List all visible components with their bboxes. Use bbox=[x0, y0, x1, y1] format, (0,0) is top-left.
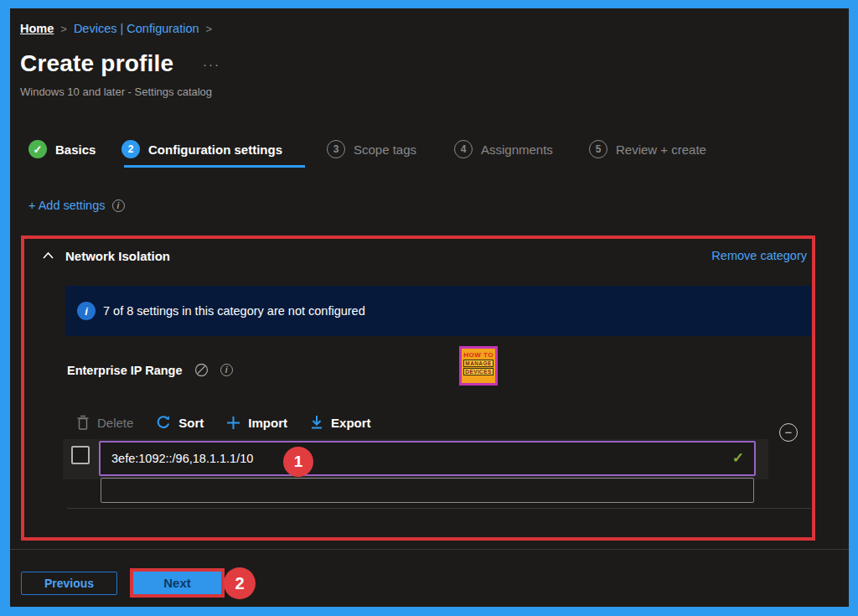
tab-basics[interactable]: ✓ Basics bbox=[28, 139, 96, 159]
circle-slash-icon bbox=[194, 363, 209, 377]
step-number-badge: 2 bbox=[121, 140, 140, 158]
tab-review-create-label: Review + create bbox=[616, 142, 706, 157]
logo-line1: HOW TO bbox=[463, 351, 494, 359]
active-tab-underline bbox=[124, 165, 305, 168]
logo-line3: DEVICES bbox=[463, 368, 493, 375]
setting-name-label: Enterprise IP Range bbox=[67, 364, 183, 377]
next-button[interactable]: Next bbox=[133, 572, 221, 594]
tab-basics-label: Basics bbox=[55, 142, 96, 157]
chevron-right-icon: > bbox=[206, 23, 213, 35]
previous-button[interactable]: Previous bbox=[21, 572, 117, 595]
delete-button-label: Delete bbox=[97, 416, 133, 430]
breadcrumb: Home > Devices | Configuration > bbox=[20, 22, 212, 35]
sort-button[interactable]: Sort bbox=[155, 414, 204, 431]
sort-refresh-icon bbox=[155, 414, 172, 431]
sort-button-label: Sort bbox=[178, 416, 204, 430]
create-profile-page: Home > Devices | Configuration > Create … bbox=[10, 8, 849, 607]
info-icon: i bbox=[220, 364, 233, 376]
page-subtitle: Windows 10 and later - Settings catalog bbox=[20, 85, 212, 98]
ip-range-input-wrap: ✓ bbox=[99, 441, 756, 476]
footer-divider bbox=[10, 549, 849, 550]
minus-circle-icon[interactable]: − bbox=[779, 423, 798, 442]
check-circle-icon: ✓ bbox=[28, 140, 47, 158]
tab-configuration-settings[interactable]: 2 Configuration settings bbox=[121, 139, 282, 159]
import-button-label: Import bbox=[248, 416, 287, 430]
import-button[interactable]: Import bbox=[225, 415, 287, 431]
more-options-icon[interactable]: ··· bbox=[203, 57, 220, 71]
info-banner: i 7 of 8 settings in this category are n… bbox=[65, 286, 811, 336]
tab-configuration-settings-label: Configuration settings bbox=[148, 142, 282, 157]
divider bbox=[67, 508, 811, 509]
export-button[interactable]: Export bbox=[309, 414, 371, 431]
info-banner-text: 7 of 8 settings in this category are not… bbox=[103, 304, 365, 318]
remove-category-link[interactable]: Remove category bbox=[711, 249, 807, 262]
step-number-badge: 3 bbox=[327, 140, 345, 158]
ip-range-input[interactable] bbox=[99, 441, 756, 476]
add-settings-link[interactable]: + Add settings i bbox=[28, 199, 125, 212]
delete-button[interactable]: Delete bbox=[75, 414, 133, 431]
tab-scope-tags-label: Scope tags bbox=[354, 142, 416, 157]
valid-check-icon: ✓ bbox=[732, 449, 744, 467]
chevron-right-icon: > bbox=[60, 23, 67, 35]
breadcrumb-devices-link[interactable]: Devices | Configuration bbox=[74, 22, 199, 35]
info-icon: i bbox=[112, 199, 125, 212]
breadcrumb-home-link[interactable]: Home bbox=[20, 22, 54, 35]
ip-range-input-empty[interactable] bbox=[101, 478, 754, 503]
setting-name-row: Enterprise IP Range i bbox=[67, 363, 233, 377]
row-checkbox[interactable] bbox=[71, 446, 90, 464]
annotation-badge-2: 2 bbox=[224, 567, 256, 599]
how-to-manage-devices-logo: HOW TO MANAGE DEVICES bbox=[459, 346, 498, 386]
info-icon: i bbox=[77, 302, 96, 320]
logo-line2: MANAGE bbox=[463, 360, 493, 367]
tab-scope-tags[interactable]: 3 Scope tags bbox=[327, 139, 416, 159]
step-number-badge: 5 bbox=[589, 140, 607, 158]
screenshot-frame: Home > Devices | Configuration > Create … bbox=[0, 0, 858, 616]
list-toolbar: Delete Sort Import Export bbox=[75, 412, 371, 433]
page-title: Create profile bbox=[20, 50, 173, 77]
next-button-highlight-box: Next bbox=[130, 568, 225, 598]
export-button-label: Export bbox=[331, 416, 371, 430]
trash-icon bbox=[75, 414, 90, 431]
tab-assignments-label: Assignments bbox=[481, 142, 553, 157]
category-title: Network Isolation bbox=[65, 249, 170, 263]
add-settings-label: + Add settings bbox=[28, 199, 106, 212]
chevron-up-icon[interactable] bbox=[42, 251, 54, 260]
annotation-badge-1: 1 bbox=[283, 447, 313, 477]
tab-review-create[interactable]: 5 Review + create bbox=[589, 139, 706, 159]
plus-icon bbox=[225, 415, 241, 431]
tab-assignments[interactable]: 4 Assignments bbox=[454, 139, 553, 159]
download-icon bbox=[309, 414, 324, 431]
step-number-badge: 4 bbox=[454, 140, 473, 158]
